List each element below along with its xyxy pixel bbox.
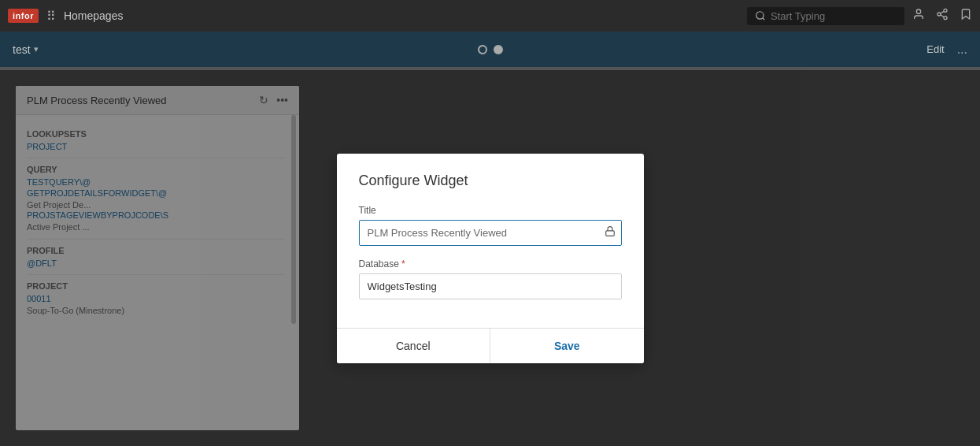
- svg-line-6: [941, 15, 945, 17]
- edit-button[interactable]: Edit: [926, 43, 944, 55]
- save-button[interactable]: Save: [490, 329, 644, 363]
- page-dot-2[interactable]: [494, 45, 503, 54]
- page-indicators: [478, 45, 503, 54]
- database-input-wrapper: [359, 273, 622, 299]
- user-icon[interactable]: [912, 8, 925, 24]
- cancel-button[interactable]: Cancel: [337, 329, 491, 363]
- share-icon[interactable]: [936, 8, 949, 24]
- configure-widget-modal: Configure Widget Title Database*: [337, 154, 644, 363]
- svg-rect-8: [605, 231, 614, 236]
- modal-body: Configure Widget Title Database*: [337, 154, 644, 328]
- database-input[interactable]: [359, 273, 622, 299]
- lock-icon: [605, 226, 616, 240]
- svg-point-3: [944, 9, 947, 12]
- database-field-label: Database*: [359, 258, 622, 269]
- second-nav-bar: test ▾ Edit ...: [0, 32, 980, 67]
- modal-overlay: Configure Widget Title Database*: [0, 70, 980, 446]
- search-input[interactable]: [771, 10, 881, 22]
- title-input[interactable]: [359, 220, 622, 246]
- grid-icon[interactable]: ⠿: [46, 9, 56, 24]
- svg-point-2: [916, 9, 920, 13]
- page-dot-1[interactable]: [478, 45, 487, 54]
- more-options-icon[interactable]: ...: [957, 43, 967, 57]
- required-indicator: *: [401, 258, 405, 269]
- search-bar[interactable]: [747, 7, 904, 25]
- svg-point-4: [937, 13, 941, 16]
- infor-logo: infor: [8, 9, 39, 23]
- svg-line-1: [763, 18, 765, 20]
- app-title: Homepages: [64, 9, 739, 22]
- search-icon: [755, 10, 766, 21]
- svg-line-7: [941, 11, 945, 13]
- title-input-wrapper: [359, 220, 622, 246]
- chevron-down-icon: ▾: [34, 44, 39, 54]
- title-field-label: Title: [359, 205, 622, 216]
- svg-point-0: [756, 12, 764, 19]
- modal-title: Configure Widget: [359, 173, 622, 189]
- test-menu[interactable]: test ▾: [13, 43, 39, 56]
- bookmark-icon[interactable]: [960, 8, 972, 24]
- svg-point-5: [944, 17, 947, 20]
- main-content: PLM Process Recently Viewed ↻ ••• LOOKUP…: [0, 70, 980, 446]
- top-nav-bar: infor ⠿ Homepages: [0, 0, 980, 32]
- modal-footer: Cancel Save: [337, 328, 644, 363]
- test-menu-label: test: [13, 43, 31, 56]
- nav-icons: [912, 8, 972, 24]
